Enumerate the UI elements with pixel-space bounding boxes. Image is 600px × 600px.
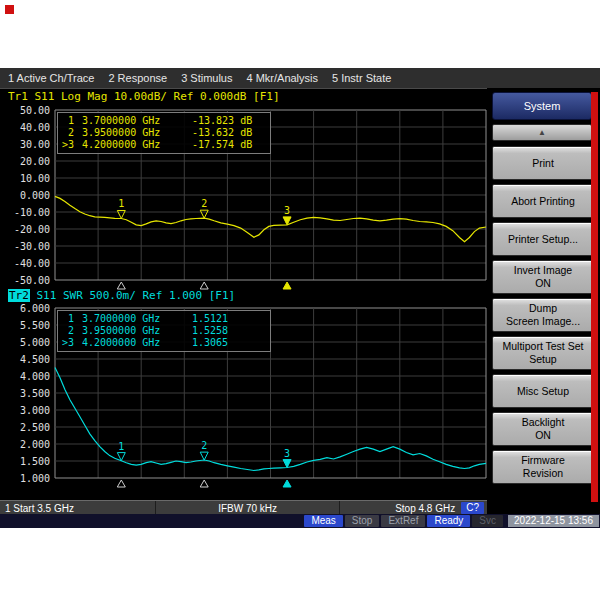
softkey-list: PrintAbort PrintingPrinter Setup...Inver… — [492, 146, 592, 488]
trace2-label: Tr2 — [8, 289, 30, 302]
svg-text:1: 1 — [118, 198, 124, 209]
softkey-print[interactable]: Print — [492, 146, 594, 180]
svg-text:-20.00: -20.00 — [14, 224, 50, 235]
svg-text:1.000: 1.000 — [20, 473, 50, 484]
ifbw-readout: IFBW 70 kHz — [156, 501, 340, 515]
datetime: 2022-12-15 13:56 — [508, 515, 599, 527]
trace1-header-text: S11 Log Mag 10.00dB/ Ref 0.000dB [F1] — [28, 90, 280, 103]
instrument-status-bar: MeasStopExtRefReadySvc 2022-12-15 13:56 — [0, 514, 600, 528]
svg-text:2.000: 2.000 — [20, 439, 50, 450]
vna-screen: 1 Active Ch/Trace2 Response3 Stimulus4 M… — [0, 68, 600, 528]
svg-text:2: 2 — [201, 198, 207, 209]
svg-text:20.00: 20.00 — [20, 156, 50, 167]
svg-text:1: 1 — [118, 441, 124, 452]
svg-text:3.500: 3.500 — [20, 388, 50, 399]
page: { "menu": {"items": ["1 Active Ch/Trace"… — [0, 0, 600, 600]
softkey-multiport-test-set-setup[interactable]: Multiport Test SetSetup — [492, 336, 594, 370]
svg-text:-30.00: -30.00 — [14, 241, 50, 252]
red-corner-mark — [5, 5, 14, 14]
svg-text:6.000: 6.000 — [20, 303, 50, 314]
trace2-header-text: S11 SWR 500.0m/ Ref 1.000 [F1] — [30, 289, 235, 302]
channel-status-bar: 1 Start 3.5 GHz IFBW 70 kHz Stop 4.8 GHz… — [0, 500, 487, 515]
status-indicator-svc: Svc — [472, 515, 503, 527]
marker-row: 2 3.9500000 GHz -13.632 dB — [62, 127, 266, 139]
trace1-header: Tr1 S11 Log Mag 10.00dB/ Ref 0.000dB [F1… — [8, 90, 280, 103]
scroll-up-button[interactable]: ▲ — [492, 124, 592, 141]
menu-item-5[interactable]: 5 Instr State — [332, 72, 391, 84]
menu-item-1[interactable]: 1 Active Ch/Trace — [8, 72, 94, 84]
menu-bar: 1 Active Ch/Trace2 Response3 Stimulus4 M… — [0, 68, 600, 89]
svg-text:30.00: 30.00 — [20, 139, 50, 150]
softkey-dump-screen-image[interactable]: DumpScreen Image... — [492, 298, 594, 332]
svg-text:2: 2 — [201, 440, 207, 451]
status-indicator-extref: ExtRef — [381, 515, 425, 527]
up-arrow-icon: ▲ — [538, 128, 546, 137]
marker-row: >3 4.2000000 GHz -17.574 dB — [62, 139, 266, 151]
softkey-misc-setup[interactable]: Misc Setup — [492, 374, 594, 408]
trace1-label: Tr1 — [8, 90, 28, 103]
system-menu-title[interactable]: System — [492, 92, 592, 120]
softkey-backlight-on[interactable]: BacklightON — [492, 412, 594, 446]
marker-row: 2 3.9500000 GHz 1.5258 — [62, 325, 266, 337]
instrument-status-items: MeasStopExtRefReadySvc — [304, 515, 505, 527]
svg-text:4.500: 4.500 — [20, 354, 50, 365]
svg-text:-50.00: -50.00 — [14, 275, 50, 286]
svg-text:-10.00: -10.00 — [14, 207, 50, 218]
svg-text:50.00: 50.00 — [20, 105, 50, 116]
svg-text:10.00: 10.00 — [20, 173, 50, 184]
marker-row: 1 3.7000000 GHz 1.5121 — [62, 313, 266, 325]
status-indicator-ready: Ready — [427, 515, 470, 527]
marker-row: 1 3.7000000 GHz -13.823 dB — [62, 115, 266, 127]
status-indicator-meas: Meas — [304, 515, 342, 527]
svg-text:4.000: 4.000 — [20, 371, 50, 382]
status-indicator-stop: Stop — [345, 515, 380, 527]
softkey-printer-setup[interactable]: Printer Setup... — [492, 222, 594, 256]
svg-text:3: 3 — [284, 448, 290, 459]
svg-text:3.000: 3.000 — [20, 405, 50, 416]
stop-frequency: Stop 4.8 GHz — [340, 501, 461, 515]
marker-table-trace2: 1 3.7000000 GHz 1.5121 2 3.9500000 GHz 1… — [57, 310, 271, 352]
svg-text:-40.00: -40.00 — [14, 258, 50, 269]
trace2-header: Tr2 S11 SWR 500.0m/ Ref 1.000 [F1] — [8, 289, 235, 302]
menu-item-4[interactable]: 4 Mkr/Analysis — [246, 72, 318, 84]
svg-text:1.500: 1.500 — [20, 456, 50, 467]
softkey-firmware-revision[interactable]: FirmwareRevision — [492, 450, 594, 484]
svg-text:3: 3 — [284, 205, 290, 216]
marker-row: >3 4.2000000 GHz 1.3065 — [62, 337, 266, 349]
menu-item-2[interactable]: 2 Response — [108, 72, 167, 84]
menu-item-3[interactable]: 3 Stimulus — [181, 72, 232, 84]
svg-text:5.500: 5.500 — [20, 320, 50, 331]
svg-text:5.000: 5.000 — [20, 337, 50, 348]
start-frequency: 1 Start 3.5 GHz — [0, 501, 156, 515]
red-edge-strip — [591, 92, 598, 502]
softkey-sidebar: System ▲ PrintAbort PrintingPrinter Setu… — [487, 88, 600, 514]
svg-text:0.000: 0.000 — [20, 190, 50, 201]
cal-status-badge: C? — [461, 502, 484, 514]
svg-text:40.00: 40.00 — [20, 122, 50, 133]
softkey-abort-printing[interactable]: Abort Printing — [492, 184, 594, 218]
svg-text:2.500: 2.500 — [20, 422, 50, 433]
softkey-invert-image-on[interactable]: Invert ImageON — [492, 260, 594, 294]
marker-table-trace1: 1 3.7000000 GHz -13.823 dB 2 3.9500000 G… — [57, 112, 271, 154]
